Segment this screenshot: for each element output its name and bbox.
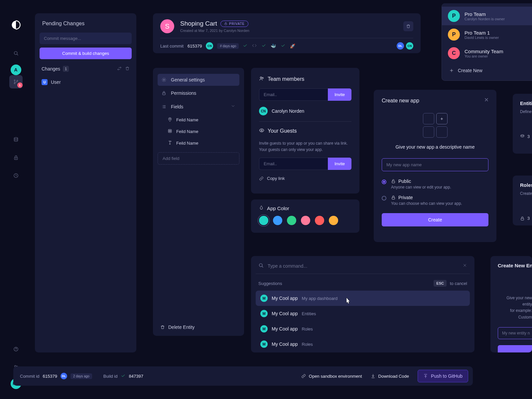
committer-avatar-cn: CN	[206, 42, 213, 50]
commit-message-input[interactable]	[40, 33, 132, 44]
team-member-row[interactable]: CN Carolyn Norden	[259, 107, 351, 115]
svg-point-21	[259, 264, 262, 267]
lock-icon[interactable]	[9, 151, 23, 164]
color-swatch[interactable]	[315, 216, 324, 225]
check-icon	[281, 43, 285, 49]
close-icon[interactable]	[463, 263, 467, 269]
create-entity-button[interactable]	[498, 345, 532, 352]
plus-icon: +	[436, 113, 448, 124]
last-commit-label: Last commit	[160, 44, 184, 49]
commit-author-avatar: DL	[61, 373, 67, 379]
list-icon	[162, 104, 167, 109]
svg-rect-19	[392, 181, 395, 183]
member-name: Carolyn Norden	[272, 108, 304, 114]
history-icon[interactable]	[9, 169, 23, 182]
svg-point-4	[14, 137, 18, 139]
tab-general-settings[interactable]: General settings	[158, 74, 239, 86]
git-branch-icon[interactable]: 1	[9, 75, 23, 88]
team-item[interactable]: PPro TeamCarolyn Norden is owner	[442, 7, 532, 25]
command-item[interactable]: MMy Cool appRoles	[256, 321, 470, 336]
app-chip: M	[260, 310, 268, 317]
team-avatar: C	[448, 47, 460, 59]
create-team-button[interactable]: Create New	[442, 64, 532, 77]
delete-app-button[interactable]	[403, 21, 413, 31]
tab-fields[interactable]: Fields	[158, 100, 239, 113]
app-color-card: App Color	[251, 200, 359, 233]
svg-point-22	[521, 135, 524, 136]
droplet-icon	[259, 205, 264, 211]
changes-label: Changes	[42, 66, 60, 71]
color-swatch[interactable]	[301, 216, 310, 225]
app-header-card: S Shoping Cart PRIVATE Created at Mar 7,…	[153, 13, 421, 53]
app-title: Shoping Cart	[180, 20, 217, 27]
esc-key: ESC	[434, 280, 447, 287]
commit-time: 2 days ago	[70, 373, 92, 379]
gear-icon	[162, 77, 167, 82]
push-github-button[interactable]: Push to GitHub	[418, 370, 468, 382]
download-code-button[interactable]: Download Code	[371, 374, 409, 379]
svg-point-17	[262, 77, 263, 79]
app-grid-icon: +	[423, 113, 448, 138]
radio-off-icon	[382, 196, 386, 200]
visibility-public[interactable]: Public Anyone can view or edit your app.	[382, 179, 488, 190]
docker-icon: 🐳	[271, 44, 276, 49]
guest-email-input[interactable]	[259, 158, 328, 170]
svg-rect-15	[168, 129, 171, 132]
color-swatch[interactable]	[329, 216, 338, 225]
entity-name-input[interactable]	[498, 327, 532, 339]
field-item[interactable]: Feild Name	[158, 126, 239, 137]
team-item[interactable]: PPro Team 1David Lewis is owner	[442, 25, 532, 44]
open-sandbox-button[interactable]: Open sandbox environment	[301, 374, 362, 379]
color-swatch[interactable]	[287, 216, 296, 225]
color-swatch[interactable]	[273, 216, 282, 225]
command-input[interactable]	[268, 263, 459, 269]
command-item[interactable]: MMy Cool appRoles	[256, 336, 470, 352]
app-color-title: App Color	[267, 205, 289, 211]
pending-changes-panel: Pending Changes Commit & build changes C…	[35, 13, 136, 352]
discard-icon[interactable]	[125, 66, 130, 72]
create-app-desc: Give your new app a descriptive name	[382, 144, 488, 150]
chevron-down-icon	[231, 104, 235, 109]
eye-icon	[259, 128, 264, 134]
create-app-title: Create new app	[382, 98, 488, 104]
change-item-name: User	[51, 79, 61, 85]
field-item[interactable]: Feild Name	[158, 114, 239, 126]
help-icon[interactable]	[9, 342, 23, 356]
create-button[interactable]: Create	[382, 213, 488, 226]
privacy-pill: PRIVATE	[220, 21, 248, 27]
commit-id-label: Commit id	[20, 374, 40, 379]
add-field-button[interactable]: Add field	[158, 152, 239, 165]
team-item[interactable]: CCommunity TeamYou are owner	[442, 44, 532, 63]
commit-build-button[interactable]: Commit & build changes	[40, 48, 132, 59]
delete-entity-button[interactable]: Delete Entity	[160, 325, 195, 330]
visibility-private[interactable]: Private You can choose who can view your…	[382, 195, 488, 206]
last-commit-time: # days ago	[217, 43, 239, 49]
team-invite-button[interactable]: Invite	[328, 88, 351, 101]
svg-point-0	[14, 52, 17, 55]
svg-rect-20	[392, 197, 395, 199]
svg-point-6	[16, 158, 16, 159]
close-icon[interactable]	[484, 97, 489, 103]
user-avatar-rail[interactable]: A	[11, 65, 21, 75]
search-icon[interactable]	[9, 47, 23, 60]
app-chip: M	[260, 340, 268, 348]
swap-icon[interactable]	[117, 66, 122, 72]
app-chip: M	[260, 325, 268, 332]
tab-permissions[interactable]: Permissions	[158, 87, 239, 99]
color-swatch[interactable]	[259, 216, 268, 225]
change-item-user[interactable]: U User	[40, 77, 132, 87]
suggestions-label: Suggestions	[258, 281, 282, 286]
database-icon[interactable]	[9, 133, 23, 146]
copy-link-button[interactable]: Copy link	[259, 176, 351, 181]
code-icon	[252, 43, 257, 49]
field-item[interactable]: Feild Name	[158, 137, 239, 149]
command-item[interactable]: MMy Cool appEntities	[256, 306, 470, 321]
hash-icon	[168, 129, 172, 134]
roles-card-fragment: Roles Create roles for yo 3	[513, 176, 532, 225]
team-email-input[interactable]	[259, 88, 328, 101]
command-item[interactable]: MMy Cool appMy app dashboard	[256, 291, 470, 306]
radio-on-icon	[382, 180, 386, 184]
guest-invite-button[interactable]: Invite	[328, 158, 351, 170]
app-name-input[interactable]	[382, 158, 488, 171]
to-cancel-label: to cancel	[450, 281, 467, 286]
